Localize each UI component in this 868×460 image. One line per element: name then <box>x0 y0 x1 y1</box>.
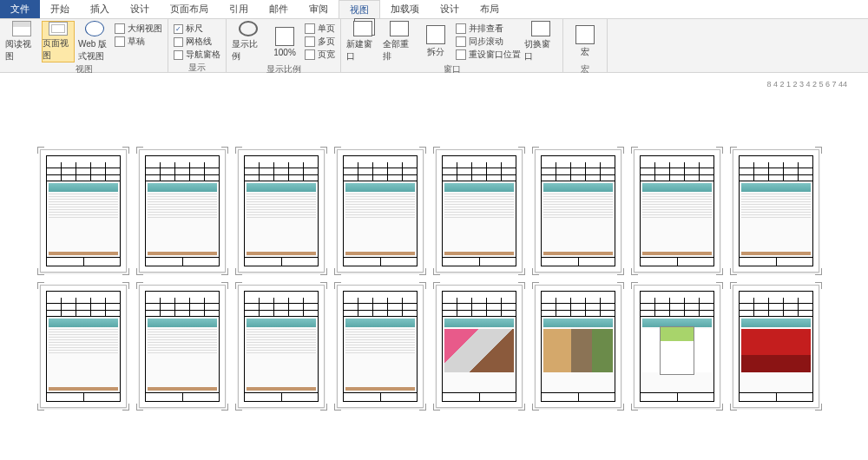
new-window-icon <box>353 21 372 36</box>
ribbon-tabs: 文件 开始 插入 设计 页面布局 引用 邮件 审阅 视图 加载项 设计 布局 <box>0 0 868 19</box>
reset-pos-label: 重设窗口位置 <box>469 49 521 61</box>
macros-label: 宏 <box>581 46 589 58</box>
new-window-button[interactable]: 新建窗口 <box>346 21 379 62</box>
navpane-check-icon <box>174 50 183 60</box>
page-width-button[interactable]: 页宽 <box>305 49 335 61</box>
ribbon-group-views: 阅读视图 页面视图 Web 版式视图 大纲视图 草稿 视图 <box>0 19 168 72</box>
read-view-button[interactable]: 阅读视图 <box>5 21 38 62</box>
hundred-icon <box>275 27 294 46</box>
switch-windows-label: 切换窗口 <box>524 38 557 62</box>
tab-view[interactable]: 视图 <box>339 0 380 18</box>
tab-mailings[interactable]: 邮件 <box>259 0 299 18</box>
tab-review[interactable]: 审阅 <box>299 0 339 18</box>
zoom-label: 显示比例 <box>232 38 265 62</box>
zoom-icon <box>239 21 258 36</box>
read-view-label: 阅读视图 <box>5 38 38 62</box>
tab-insert[interactable]: 插入 <box>80 0 120 18</box>
page-thumbnail[interactable] <box>436 285 523 408</box>
one-page-icon <box>305 23 315 34</box>
one-page-label: 单页 <box>318 23 335 35</box>
ruler-info: 8 4 2 1 2 3 4 2 5 6 7 44 <box>9 78 859 90</box>
page-thumbnails <box>9 90 859 417</box>
hundred-percent-button[interactable]: 100% <box>268 21 301 62</box>
ruler-label: 标尺 <box>186 23 203 35</box>
reset-position-button[interactable]: 重设窗口位置 <box>456 49 521 61</box>
ribbon-group-show: ✓ 标尺 网格线 导航窗格 显示 <box>168 19 227 72</box>
macros-icon <box>575 25 595 44</box>
page-thumbnail[interactable] <box>40 285 127 408</box>
tab-design[interactable]: 设计 <box>120 0 160 18</box>
multi-page-button[interactable]: 多页 <box>305 36 335 48</box>
zoom-button[interactable]: 显示比例 <box>232 21 265 62</box>
hundred-label: 100% <box>273 48 296 57</box>
navpane-checkbox[interactable]: 导航窗格 <box>174 49 220 61</box>
page-thumbnail[interactable] <box>436 149 523 273</box>
read-view-icon <box>12 21 31 36</box>
sync-scroll-label: 同步滚动 <box>469 36 503 48</box>
ruler-check-icon: ✓ <box>174 24 183 34</box>
one-page-button[interactable]: 单页 <box>305 23 335 35</box>
print-layout-button[interactable]: 页面视图 <box>42 21 75 62</box>
document-area: 8 4 2 1 2 3 4 2 5 6 7 44 <box>0 73 868 460</box>
side-by-side-icon <box>456 23 466 34</box>
page-thumbnail[interactable] <box>634 149 720 273</box>
multi-page-label: 多页 <box>318 36 335 48</box>
page-thumbnail[interactable] <box>238 285 325 408</box>
sync-scroll-button[interactable]: 同步滚动 <box>456 36 521 48</box>
web-layout-icon <box>85 21 104 36</box>
arrange-all-button[interactable]: 全部重排 <box>383 21 416 62</box>
outline-view-button[interactable]: 大纲视图 <box>115 23 162 35</box>
gridlines-label: 网格线 <box>186 36 212 48</box>
ribbon: 阅读视图 页面视图 Web 版式视图 大纲视图 草稿 视图 <box>0 19 868 73</box>
page-thumbnail[interactable] <box>40 149 127 273</box>
draft-icon <box>115 36 125 47</box>
page-thumbnail[interactable] <box>238 149 325 273</box>
tab-addins[interactable]: 加载项 <box>380 0 430 18</box>
tab-home[interactable]: 开始 <box>40 0 80 18</box>
tab-layout2[interactable]: 布局 <box>470 0 510 18</box>
outline-label: 大纲视图 <box>128 23 162 35</box>
print-layout-icon <box>49 22 68 36</box>
page-thumbnail[interactable] <box>634 285 720 408</box>
draft-label: 草稿 <box>128 36 145 48</box>
page-thumbnail[interactable] <box>337 149 424 273</box>
side-by-side-button[interactable]: 并排查看 <box>456 23 521 35</box>
macros-button[interactable]: 宏 <box>569 21 602 62</box>
multi-page-icon <box>305 36 315 47</box>
gridlines-checkbox[interactable]: 网格线 <box>174 36 220 48</box>
ruler-checkbox[interactable]: ✓ 标尺 <box>174 23 220 35</box>
arrange-all-label: 全部重排 <box>383 38 416 62</box>
navpane-label: 导航窗格 <box>186 49 220 61</box>
sync-scroll-icon <box>456 36 466 47</box>
gridlines-check-icon <box>174 37 183 47</box>
page-thumbnail[interactable] <box>139 285 226 408</box>
tab-references[interactable]: 引用 <box>219 0 259 18</box>
arrange-all-icon <box>390 21 409 36</box>
tab-page-layout[interactable]: 页面布局 <box>160 0 219 18</box>
page-thumbnail[interactable] <box>535 149 621 273</box>
outline-icon <box>115 23 125 34</box>
page-thumbnail[interactable] <box>139 149 226 273</box>
tab-design2[interactable]: 设计 <box>430 0 470 18</box>
reset-pos-icon <box>456 49 466 60</box>
page-thumbnail[interactable] <box>733 149 819 273</box>
switch-windows-icon <box>531 21 550 36</box>
page-width-label: 页宽 <box>318 49 335 61</box>
switch-windows-button[interactable]: 切换窗口 <box>524 21 557 62</box>
web-layout-button[interactable]: Web 版式视图 <box>78 21 111 62</box>
page-thumbnail[interactable] <box>733 285 819 408</box>
side-by-side-label: 并排查看 <box>469 23 503 35</box>
split-button[interactable]: 拆分 <box>419 21 452 62</box>
page-thumbnail[interactable] <box>337 285 424 408</box>
tab-file[interactable]: 文件 <box>0 0 40 18</box>
ribbon-group-macros: 宏 宏 <box>563 19 608 72</box>
split-icon <box>426 25 445 44</box>
split-label: 拆分 <box>427 46 444 58</box>
draft-view-button[interactable]: 草稿 <box>115 36 162 48</box>
web-layout-label: Web 版式视图 <box>78 38 111 62</box>
new-window-label: 新建窗口 <box>346 38 379 62</box>
show-group-label: 显示 <box>174 61 220 74</box>
print-layout-label: 页面视图 <box>43 37 74 62</box>
page-thumbnail[interactable] <box>535 285 621 408</box>
ribbon-group-window: 新建窗口 全部重排 拆分 并排查看 同步滚动 <box>341 19 563 72</box>
